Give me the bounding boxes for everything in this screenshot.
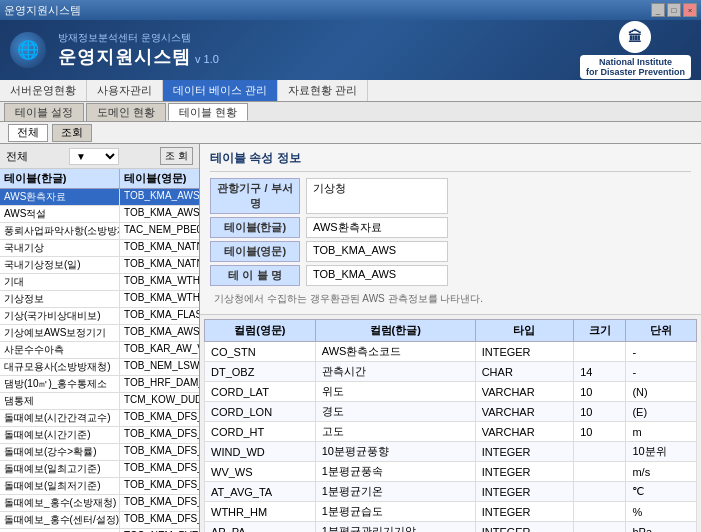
- search-button[interactable]: 조 회: [160, 147, 193, 165]
- column-table-row[interactable]: CORD_LON 경도 VARCHAR 10 (E): [205, 402, 697, 422]
- table-list-row[interactable]: 국내기상TOB_KMA_NATN: [0, 240, 199, 257]
- row-eng: TOB_KMA_DFS_SHRT_UUU: [120, 512, 199, 528]
- table-list-row[interactable]: 댐통제TCM_KOW_DUDBAMSPC: [0, 393, 199, 410]
- table-list-row[interactable]: 댐방(10㎥)_홍수통제소TOB_HRF_DAM_MIN10: [0, 376, 199, 393]
- menu-item-server[interactable]: 서버운영현황: [0, 80, 87, 101]
- info-title: 테이블 속성 정보: [210, 150, 691, 172]
- cell-unit: -: [626, 362, 697, 382]
- table-list-row[interactable]: AWS적설TOB_KMA_AWS_SBNCH: [0, 206, 199, 223]
- tab-bar: 테이블 설정 도메인 현황 테이블 현황: [0, 102, 701, 122]
- column-table-row[interactable]: AT_AVG_TA 1분평균기온 INTEGER ℃: [205, 482, 697, 502]
- tab-domain[interactable]: 도메인 현황: [86, 103, 166, 121]
- table-list-row[interactable]: 대규모용사(소방방재청)TOB_NEM_LSWR: [0, 359, 199, 376]
- app-subtitle: 방재정보분석센터 운영시스템: [58, 31, 219, 45]
- column-table-row[interactable]: WTHR_HM 1분평균습도 INTEGER %: [205, 502, 697, 522]
- row-kor: 대규모용사(소방방재청): [0, 359, 120, 375]
- table-list-row[interactable]: 기상예보AWS보정기기TOB_KMA_AWS_IIM: [0, 325, 199, 342]
- cell-type: VARCHAR: [475, 382, 574, 402]
- close-button[interactable]: ×: [683, 3, 697, 17]
- table-list-row[interactable]: 기상정보TOB_KMA_WTHR: [0, 291, 199, 308]
- cell-size: 10: [574, 402, 626, 422]
- menu-item-users[interactable]: 사용자관리: [87, 80, 163, 101]
- table-list-row[interactable]: 기상(국가비상대비보)TOB_KMA_FLASH: [0, 308, 199, 325]
- table-list-row[interactable]: 돌때예보_홍수(소방재청)TOB_KMA_DFS_SHRT_WW: [0, 495, 199, 512]
- cell-size: 14: [574, 362, 626, 382]
- row-eng: TOB_KMA_DFS_SHRT_TMN: [120, 478, 199, 494]
- left-panel: 전체 ▼ 조 회 테이블(한글) 테이블(영문) AWS환측자료TOB_KMA_…: [0, 144, 200, 532]
- cell-unit: m/s: [626, 462, 697, 482]
- row-eng: TOB_KMA_AWS_IIM: [120, 325, 199, 341]
- table-list-row[interactable]: 돌때예보(시간기준)TOB_KMA_DFS_SHRT_T81: [0, 427, 199, 444]
- row-eng: TOB_KMA_AWS: [120, 189, 199, 205]
- table-list-row[interactable]: 국내기상정보(일)TOB_KMA_NATN_DAY: [0, 257, 199, 274]
- table-list-row[interactable]: 돌때예보(일최저기준)TOB_KMA_DFS_SHRT_TMN: [0, 478, 199, 495]
- row-kor: 댐통제: [0, 393, 120, 409]
- table-list-row[interactable]: 풍뢰사업파악사항(소방방재청)TAC_NEM_PBE0: [0, 223, 199, 240]
- row-kor: 국내기상: [0, 240, 120, 256]
- row-eng: TCM_KOW_DUDBAMSPC: [120, 393, 199, 409]
- app-title: 운영지원시스템: [58, 45, 191, 69]
- title-bar-buttons[interactable]: _ □ ×: [651, 3, 697, 17]
- filter-select[interactable]: ▼: [69, 148, 119, 165]
- app-version: v 1.0: [195, 53, 219, 65]
- table-list-row[interactable]: 기대TOB_KMA_WTHR: [0, 274, 199, 291]
- cell-unit: (N): [626, 382, 697, 402]
- cell-size: [574, 482, 626, 502]
- column-table-row[interactable]: CO_STN AWS환측소코드 INTEGER -: [205, 342, 697, 362]
- tab-table-settings[interactable]: 테이블 설정: [4, 103, 84, 121]
- minimize-button[interactable]: _: [651, 3, 665, 17]
- column-table-body: CO_STN AWS환측소코드 INTEGER - DT_OBZ 관측시간 CH…: [205, 342, 697, 533]
- info-desc: 기상청에서 수집하는 갱우환관된 AWS 관측정보를 나타낸다.: [210, 290, 691, 308]
- value-tablekor: AWS환측자료: [306, 217, 448, 238]
- cell-kor: 1분평균관리기기압: [315, 522, 475, 533]
- cell-unit: -: [626, 342, 697, 362]
- col-table-container[interactable]: 컬럼(영문) 컬럼(한글) 타입 크기 단위 CO_STN AWS환측소코드 I…: [200, 315, 701, 532]
- cell-kor: 관측시간: [315, 362, 475, 382]
- cell-kor: 1분평균습도: [315, 502, 475, 522]
- label-tablekor: 테이블(한글): [210, 217, 300, 238]
- menu-item-data[interactable]: 자료현황 관리: [278, 80, 368, 101]
- nidp-text-1: National Institute: [586, 57, 685, 67]
- row-eng: TOB_KMA_DFS_SHRT_NI2: [120, 410, 199, 426]
- title-bar-text: 운영지원시스템: [4, 3, 651, 18]
- col-th-eng: 컬럼(영문): [205, 320, 316, 342]
- row-kor: 돌때예보_홍수(소방재청): [0, 495, 120, 511]
- col-header-eng: 테이블(영문): [120, 169, 199, 188]
- nidp-emblem: 🏛: [619, 21, 651, 53]
- table-list-row[interactable]: 돌때예보_홍수(센터/설정)TOB_KMA_DFS_SHRT_UUU: [0, 512, 199, 529]
- column-table: 컬럼(영문) 컬럼(한글) 타입 크기 단위 CO_STN AWS환측소코드 I…: [204, 319, 697, 532]
- header-globe: 🌐: [10, 32, 46, 68]
- cell-size: [574, 342, 626, 362]
- cell-type: INTEGER: [475, 342, 574, 362]
- column-table-row[interactable]: CORD_HT 고도 VARCHAR 10 m: [205, 422, 697, 442]
- col-header-kor: 테이블(한글): [0, 169, 120, 188]
- table-list-row[interactable]: 돌때예보(강수>확률)TOB_KMA_DFS_SHRT_POP: [0, 444, 199, 461]
- cell-eng: AT_AVG_TA: [205, 482, 316, 502]
- column-table-row[interactable]: AP_PA 1분평균관리기기압 INTEGER hPa: [205, 522, 697, 533]
- tab-table-status[interactable]: 테이블 현황: [168, 103, 248, 121]
- table-list-row[interactable]: 사문수수아측TOB_KAR_AW_VDW: [0, 342, 199, 359]
- maximize-button[interactable]: □: [667, 3, 681, 17]
- row-kor: 기대: [0, 274, 120, 290]
- column-table-row[interactable]: WIND_WD 10분평균풍향 INTEGER 10분위: [205, 442, 697, 462]
- table-list-row[interactable]: 돌때예보(시간간격교수)TOB_KMA_DFS_SHRT_NI2: [0, 410, 199, 427]
- label-category: 관항기구 / 부서명: [210, 178, 300, 214]
- table-list-row[interactable]: AWS환측자료TOB_KMA_AWS: [0, 189, 199, 206]
- menu-item-database[interactable]: 데이터 베이스 관리: [163, 80, 278, 101]
- table-list-body: AWS환측자료TOB_KMA_AWSAWS적설TOB_KMA_AWS_SBNCH…: [0, 189, 199, 532]
- sub-tab-all[interactable]: 전체: [8, 124, 48, 142]
- table-list-row[interactable]: 돌때예보(일최고기준)TOB_KMA_DFS_SHRT_TMX: [0, 461, 199, 478]
- column-table-row[interactable]: CORD_LAT 위도 VARCHAR 10 (N): [205, 382, 697, 402]
- cell-kor: 1분평균기온: [315, 482, 475, 502]
- info-grid: 관항기구 / 부서명 기상청 테이블(한글) AWS환측자료 테이블(영문) T…: [210, 178, 691, 286]
- column-table-row[interactable]: WV_WS 1분평균풍속 INTEGER m/s: [205, 462, 697, 482]
- cell-type: INTEGER: [475, 482, 574, 502]
- table-list[interactable]: 테이블(한글) 테이블(영문) AWS환측자료TOB_KMA_AWSAWS적설T…: [0, 169, 199, 532]
- row-eng: TOB_KMA_FLASH: [120, 308, 199, 324]
- sub-tab-search[interactable]: 조회: [52, 124, 92, 142]
- cell-size: [574, 442, 626, 462]
- row-eng: TOB_KMA_WTHR: [120, 291, 199, 307]
- cell-type: INTEGER: [475, 462, 574, 482]
- column-table-row[interactable]: DT_OBZ 관측시간 CHAR 14 -: [205, 362, 697, 382]
- app-logo-text: 방재정보분석센터 운영시스템 운영지원시스템 v 1.0: [58, 31, 219, 69]
